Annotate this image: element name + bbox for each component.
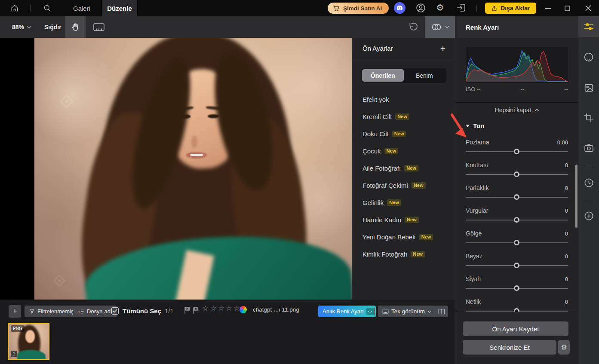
thumbnail-selected[interactable]: PNG 1 — [8, 323, 49, 360]
discord-icon[interactable] — [394, 2, 405, 14]
sync-settings-button[interactable]: ⚙ — [558, 340, 570, 355]
rail-history[interactable] — [578, 172, 599, 193]
image-icon — [584, 83, 594, 93]
tab-galeri[interactable]: Galeri — [69, 0, 95, 16]
account-icon[interactable] — [415, 3, 426, 13]
titlebar-divider-2 — [476, 5, 477, 12]
slider-thumb[interactable] — [514, 263, 519, 268]
fit-label: Sığdır — [44, 24, 61, 31]
slider-thumb[interactable] — [514, 194, 519, 200]
slider-thumb[interactable] — [514, 171, 519, 177]
slider-label: Kontrast — [466, 162, 488, 168]
hand-tool-button[interactable] — [65, 16, 86, 38]
sync-button[interactable]: Senkronize Et — [463, 340, 556, 355]
star-icon[interactable]: ☆ — [202, 305, 209, 312]
tab-galeri-label: Galeri — [73, 5, 90, 12]
photo-portrait[interactable] — [34, 38, 352, 300]
flag-reject-icon[interactable] — [193, 306, 199, 314]
slider-thumb[interactable] — [514, 240, 519, 245]
panel-scrollbar[interactable] — [575, 165, 577, 228]
meta-value-1: -- — [521, 86, 525, 92]
star-icon[interactable]: ☆ — [218, 305, 224, 312]
bottom-divider — [374, 308, 375, 315]
slider-value: 0 — [565, 276, 568, 282]
slider-thumb[interactable] — [514, 217, 519, 223]
compare-original-button[interactable] — [425, 16, 455, 38]
preset-tab-label: Benim — [416, 72, 433, 79]
preset-item[interactable]: ÇocukNew — [352, 142, 455, 159]
preset-item[interactable]: Doku CiltNew — [352, 125, 455, 142]
undo-icon[interactable] — [408, 21, 419, 33]
search-icon[interactable] — [43, 4, 52, 12]
select-all-group[interactable]: Tümünü Seç 1/1 — [123, 305, 174, 317]
fit-button[interactable]: Sığdır — [44, 16, 61, 38]
rail-crop-tool[interactable] — [578, 107, 599, 128]
slider-thumb[interactable] — [514, 308, 519, 312]
filter-button[interactable]: Filtrelenmemiş — [25, 306, 79, 317]
settings-gear-icon[interactable]: ⚙ — [436, 3, 444, 12]
slider-label: Siyah — [466, 275, 481, 282]
rail-add-tool[interactable] — [578, 205, 599, 226]
slider-thumb[interactable] — [514, 285, 519, 291]
save-preset-button[interactable]: Ön Ayarı Kaydet — [463, 321, 568, 336]
buy-now-button[interactable]: Şimdi Satın Al — [328, 3, 389, 14]
sort-icon: 1 — [78, 309, 84, 315]
slider-label: Gölge — [466, 230, 482, 237]
preset-tab-label: Önerilen — [371, 72, 395, 79]
preset-item[interactable]: GelinlikNew — [352, 194, 455, 211]
exif-row: ISO -- -- -- — [466, 86, 568, 92]
preset-item[interactable]: Fotoğraf ÇekimiNew — [352, 177, 455, 194]
slider-value: 0 — [565, 162, 568, 168]
tab-duzenle[interactable]: Düzenle — [102, 0, 137, 16]
preset-tab-benim[interactable]: Benim — [404, 69, 445, 82]
rail-camera-settings[interactable] — [578, 138, 599, 158]
star-icon[interactable]: ☆ — [226, 305, 232, 312]
preset-tab-onerilen[interactable]: Önerilen — [362, 69, 404, 82]
meta-value-2: -- — [564, 86, 568, 92]
sort-button[interactable]: 1 Dosya adı — [73, 306, 117, 317]
preset-item-label: Kimlik Fotoğrafı — [362, 251, 407, 258]
preset-item-label: Çocuk — [362, 147, 381, 155]
add-photo-button[interactable]: + — [9, 305, 21, 318]
sync-label: Senkronize Et — [489, 344, 529, 351]
rail-adjustments-active[interactable] — [578, 16, 599, 37]
star-icon[interactable]: ☆ — [233, 305, 240, 312]
rail-background-edit[interactable] — [578, 77, 599, 98]
window-maximize-button[interactable] — [565, 6, 570, 11]
rail-portrait-retouch[interactable] — [578, 47, 599, 68]
exit-app-icon[interactable] — [456, 3, 467, 13]
thumb-robe — [17, 350, 45, 360]
instant-color-button[interactable]: Anlık Renk Ayarı <> — [318, 306, 376, 317]
star-icon[interactable]: ☆ — [210, 305, 216, 312]
preset-item[interactable]: Kremli CiltNew — [352, 108, 455, 125]
preset-item[interactable]: Kimlik FotoğrafıNew — [352, 245, 455, 263]
preset-item[interactable]: Yeni Doğan BebekNew — [352, 228, 455, 245]
view-mode-dropdown[interactable]: Tek görünüm — [378, 306, 436, 317]
histogram — [466, 47, 568, 83]
check-icon — [113, 309, 117, 313]
slider-label: Parlaklık — [466, 184, 489, 191]
window-minimize-button[interactable] — [545, 8, 551, 9]
color-label-wheel[interactable] — [240, 306, 247, 313]
before-after-slider-icon[interactable] — [93, 22, 105, 32]
preset-item-label: Gelinlik — [362, 199, 384, 206]
zoom-level-dropdown[interactable]: 88% — [12, 16, 31, 38]
flag-pick-icon[interactable] — [184, 306, 190, 314]
canvas-area[interactable] — [0, 38, 352, 300]
preset-item-label: Doku Cilt — [362, 130, 389, 138]
export-button[interactable]: Dışa Aktar — [485, 3, 536, 14]
window-close-button[interactable] — [585, 5, 591, 11]
instant-color-label: Anlık Renk Ayarı — [323, 308, 364, 315]
select-all-checkbox[interactable] — [111, 307, 119, 315]
panel-divider-2 — [455, 312, 578, 312]
titlebar-divider — [30, 5, 31, 12]
collapse-all-button[interactable]: Hepsini kapat — [455, 107, 578, 113]
slider-thumb[interactable] — [514, 149, 519, 154]
preset-item[interactable]: Hamile KadınNew — [352, 211, 455, 228]
watermark-logo-2 — [51, 272, 68, 289]
preset-item[interactable]: Efekt yok — [352, 91, 455, 108]
add-preset-button[interactable]: + — [440, 44, 445, 53]
preset-item[interactable]: Aile FotoğrafıNew — [352, 159, 455, 177]
home-icon[interactable] — [10, 4, 19, 12]
split-view-button[interactable] — [435, 306, 448, 317]
